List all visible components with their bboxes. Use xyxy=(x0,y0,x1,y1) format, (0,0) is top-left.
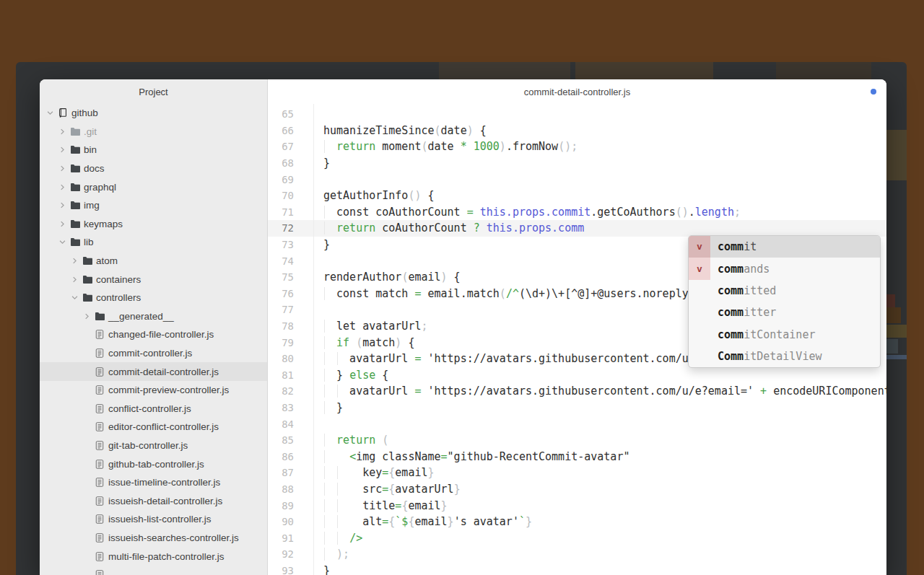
chevron-right-icon[interactable] xyxy=(69,276,80,283)
tree-item-controllers[interactable]: controllers xyxy=(40,289,267,307)
tree-item-label: multi-file-patch-controller.js xyxy=(108,551,225,562)
line-number[interactable]: 80 xyxy=(268,353,313,364)
line-number[interactable]: 71 xyxy=(268,206,313,218)
line-number[interactable]: 75 xyxy=(268,271,313,283)
code-line-84[interactable]: 84 xyxy=(268,416,886,432)
code-line-70[interactable]: 70getAuthorInfo() { xyxy=(268,188,886,204)
line-number[interactable]: 78 xyxy=(268,320,313,332)
line-number[interactable]: 73 xyxy=(268,239,313,250)
tree-item-git-tab-controller.js[interactable]: git-tab-controller.js xyxy=(40,436,267,455)
tree-item-editor-conflict-controller.js[interactable]: editor-conflict-controller.js xyxy=(40,418,267,436)
autocomplete-item-commitDetailView[interactable]: CommitDetailView xyxy=(689,346,880,367)
line-number[interactable]: 76 xyxy=(268,288,313,299)
autocomplete-item-committed[interactable]: committed xyxy=(689,280,880,302)
line-number[interactable]: 85 xyxy=(268,434,313,446)
tree-item-issueish-list-controller.js[interactable]: issueish-list-controller.js xyxy=(40,510,267,529)
line-number[interactable]: 83 xyxy=(268,402,313,413)
code-line-65[interactable]: 65 xyxy=(268,106,886,123)
indent-guide xyxy=(337,483,338,496)
chevron-right-icon[interactable] xyxy=(56,202,68,209)
tree-item-docs[interactable]: docs xyxy=(40,159,267,178)
line-number[interactable]: 77 xyxy=(268,304,313,315)
autocomplete-item-committer[interactable]: committer xyxy=(689,302,880,323)
chevron-right-icon[interactable] xyxy=(56,165,68,172)
code-line-68[interactable]: 68} xyxy=(268,155,886,172)
code-line-81[interactable]: 81 } else { xyxy=(268,367,886,384)
line-number[interactable]: 91 xyxy=(268,532,313,544)
line-number[interactable]: 67 xyxy=(268,141,313,152)
autocomplete-item-commitContainer[interactable]: commitContainer xyxy=(689,324,880,346)
tree-item-.git[interactable]: .git xyxy=(40,123,267,141)
tree-item-github-tab-controller.js[interactable]: github-tab-controller.js xyxy=(40,455,267,473)
code-line-93[interactable]: 93} xyxy=(268,563,886,575)
tree-item-issueish-searches-controller.js[interactable]: issueish-searches-controller.js xyxy=(40,529,267,548)
code-line-86[interactable]: 86 <img className="github-RecentCommit-a… xyxy=(268,448,886,465)
tree-item-lib[interactable]: lib xyxy=(40,233,267,252)
code-line-85[interactable]: 85 return ( xyxy=(268,432,886,449)
tree-item-github[interactable]: github xyxy=(40,104,267,123)
line-number[interactable]: 70 xyxy=(268,190,313,201)
tree-item-partial[interactable] xyxy=(40,566,267,575)
code-line-72[interactable]: 72 return coAuthorCount ? this.props.com… xyxy=(268,220,886,237)
autocomplete-item-commands[interactable]: vcommands xyxy=(689,258,880,279)
code-line-71[interactable]: 71 const coAuthorCount = this.props.comm… xyxy=(268,204,886,221)
code-line-67[interactable]: 67 return moment(date * 1000).fromNow(); xyxy=(268,139,886,155)
indent-guide xyxy=(324,221,325,234)
tree-item-commit-detail-controller.js[interactable]: commit-detail-controller.js xyxy=(40,362,267,381)
autocomplete-item-commit[interactable]: vcommit xyxy=(689,236,880,258)
line-number[interactable]: 90 xyxy=(268,516,313,527)
line-number[interactable]: 89 xyxy=(268,500,313,512)
line-number[interactable]: 68 xyxy=(268,157,313,169)
tree-item-multi-file-patch-controller.js[interactable]: multi-file-patch-controller.js xyxy=(40,547,267,566)
line-number[interactable]: 92 xyxy=(268,548,313,560)
code-token: } xyxy=(323,157,330,170)
line-number[interactable]: 84 xyxy=(268,418,313,430)
tree-item-bin[interactable]: bin xyxy=(40,141,267,159)
tree-item-changed-file-controller.js[interactable]: changed-file-controller.js xyxy=(40,325,267,344)
code-line-87[interactable]: 87 key={email} xyxy=(268,465,886,481)
chevron-right-icon[interactable] xyxy=(56,128,68,135)
tree-item-containers[interactable]: containers xyxy=(40,270,267,289)
editor-pane[interactable]: commit-detail-controller.js 6566humanize… xyxy=(268,79,886,575)
line-number[interactable]: 74 xyxy=(268,255,313,267)
line-number[interactable]: 86 xyxy=(268,451,313,462)
line-number[interactable]: 65 xyxy=(268,108,313,120)
tree-item-__generated__[interactable]: __generated__ xyxy=(40,307,267,326)
line-number[interactable]: 66 xyxy=(268,125,313,136)
chevron-down-icon[interactable] xyxy=(56,239,68,245)
chevron-right-icon[interactable] xyxy=(56,221,68,227)
code-token: moment xyxy=(375,140,421,153)
chevron-down-icon[interactable] xyxy=(69,294,80,301)
code-line-82[interactable]: 82 avatarUrl = 'https://avatars.githubus… xyxy=(268,383,886,400)
tree-item-commit-controller.js[interactable]: commit-controller.js xyxy=(40,344,267,363)
code-line-92[interactable]: 92 ); xyxy=(268,546,886,563)
line-number[interactable]: 69 xyxy=(268,174,313,185)
tree-item-issue-timeline-controller.js[interactable]: issue-timeline-controller.js xyxy=(40,473,267,492)
line-number[interactable]: 81 xyxy=(268,369,313,381)
tree-item-conflict-controller.js[interactable]: conflict-controller.js xyxy=(40,400,267,418)
chevron-right-icon[interactable] xyxy=(69,258,80,264)
code-line-66[interactable]: 66humanizeTimeSince(date) { xyxy=(268,123,886,139)
line-number[interactable]: 88 xyxy=(268,483,313,495)
code-line-88[interactable]: 88 src={avatarUrl} xyxy=(268,481,886,498)
chevron-down-icon[interactable] xyxy=(44,110,56,116)
tree-item-keymaps[interactable]: keymaps xyxy=(40,215,267,234)
chevron-right-icon[interactable] xyxy=(56,184,68,190)
line-number[interactable]: 72 xyxy=(268,222,313,234)
tree-item-img[interactable]: img xyxy=(40,196,267,215)
line-number[interactable]: 82 xyxy=(268,385,313,397)
code-line-91[interactable]: 91 /> xyxy=(268,530,886,546)
code-line-89[interactable]: 89 title={email} xyxy=(268,497,886,514)
chevron-right-icon[interactable] xyxy=(81,313,92,320)
line-number[interactable]: 93 xyxy=(268,565,313,575)
code-line-83[interactable]: 83 } xyxy=(268,400,886,416)
tree-item-issueish-detail-controller.js[interactable]: issueish-detail-controller.js xyxy=(40,491,267,510)
code-line-90[interactable]: 90 alt={`${email}'s avatar'`} xyxy=(268,514,886,530)
tree-item-commit-preview-controller.js[interactable]: commit-preview-controller.js xyxy=(40,381,267,400)
tree-item-graphql[interactable]: graphql xyxy=(40,177,267,196)
line-number[interactable]: 79 xyxy=(268,337,313,348)
line-number[interactable]: 87 xyxy=(268,467,313,478)
code-line-69[interactable]: 69 xyxy=(268,171,886,188)
tree-item-atom[interactable]: atom xyxy=(40,252,267,271)
chevron-right-icon[interactable] xyxy=(56,146,68,153)
